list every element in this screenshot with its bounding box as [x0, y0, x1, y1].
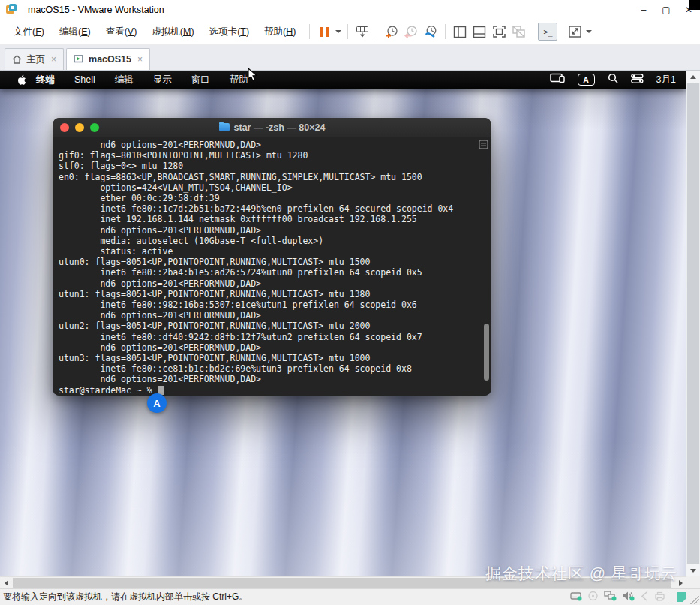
macos-menu-shell[interactable]: Shell: [65, 74, 105, 85]
terminal-line: media: autoselect (10Gbase-T <full-duple…: [59, 236, 491, 246]
terminal-line: inet6 fe80::1c7d:2b51:ba72:449b%en0 pref…: [59, 203, 491, 214]
unity-mode-button[interactable]: [509, 22, 528, 41]
statusbar-separator: [671, 592, 671, 603]
menu-item[interactable]: 帮助(H): [258, 23, 302, 41]
input-method-badge: A: [147, 393, 167, 413]
terminal-line: nd6 options=201<PERFORMNUD,DAD>: [59, 374, 491, 384]
scroll-left-icon[interactable]: [0, 577, 12, 588]
status-message: 要将输入定向到该虚拟机，请在虚拟机内部单击或按 Ctrl+G。: [3, 591, 248, 603]
cd-dvd-device-icon[interactable]: [587, 591, 599, 604]
snapshot-take-icon: [385, 25, 399, 39]
toolbar-separator: [347, 24, 348, 39]
tab-home[interactable]: 主页 ×: [5, 48, 64, 70]
spotlight-search-icon[interactable]: [608, 73, 618, 86]
terminal-line: nd6 options=201<PERFORMNUD,DAD>: [59, 310, 491, 321]
vm-tab-icon: [74, 55, 84, 65]
minimize-traffic-light[interactable]: [75, 123, 84, 132]
snapshot-manager-button[interactable]: [421, 22, 440, 41]
macos-menu-window[interactable]: 窗口: [182, 74, 220, 86]
terminal-line: inet6 fe80::2ba4:b1e5:ad26:5724%utun0 pr…: [59, 267, 491, 278]
vertical-scrollbar-thumb[interactable]: [687, 83, 699, 564]
macos-menu-list: 终端 Shell 编辑 显示 窗口 帮助: [26, 74, 258, 86]
toolbar-separator: [309, 24, 310, 39]
vm-display[interactable]: 终端 Shell 编辑 显示 窗口 帮助 A 3月1: [0, 71, 686, 576]
vmware-logo-icon: [6, 4, 17, 15]
terminal-line: inet6 fe80::ce81:b1c:bd2c:69e%utun3 pref…: [59, 363, 491, 374]
pause-dropdown-caret[interactable]: [335, 30, 341, 33]
library-panel-icon: [453, 26, 467, 38]
apple-menu-icon[interactable]: [17, 74, 26, 86]
message-note-icon[interactable]: [677, 592, 686, 602]
macos-menu-edit[interactable]: 编辑: [105, 74, 143, 86]
pause-icon: [320, 27, 329, 37]
tab-label: macOS15: [89, 54, 131, 65]
keyboard-send-icon: [356, 26, 369, 38]
control-center-icon[interactable]: [631, 73, 644, 86]
fit-guest-button[interactable]: [565, 22, 584, 41]
terminal-line: options=424<VLAN_MTU,TSO4,CHANNEL_IO>: [59, 182, 491, 193]
terminal-line: nd6 options=201<PERFORMNUD,DAD>: [59, 278, 491, 289]
toolbar-separator: [445, 24, 446, 39]
menu-item[interactable]: 查看(V): [100, 23, 143, 41]
terminal-scrollbar-thumb[interactable]: [484, 324, 489, 381]
terminal-content[interactable]: nd6 options=201<PERFORMNUD,DAD>gif0: fla…: [53, 137, 491, 396]
menu-item[interactable]: 虚拟机(M): [146, 23, 200, 41]
show-thumbnail-bar-button[interactable]: [470, 22, 489, 41]
resize-grip[interactable]: [690, 595, 699, 604]
fullscreen-button[interactable]: [489, 22, 509, 41]
printer-device-icon[interactable]: [654, 591, 665, 604]
show-library-button[interactable]: [450, 22, 470, 41]
macos-menubar: 终端 Shell 编辑 显示 窗口 帮助 A 3月1: [0, 71, 686, 89]
vmware-titlebar: macOS15 - VMware Workstation – ▢ ✕: [0, 0, 700, 19]
hard-disk-device-icon[interactable]: [570, 591, 582, 604]
scroll-up-icon[interactable]: [686, 71, 700, 83]
terminal-line: stf0: flags=0<> mtu 1280: [59, 161, 491, 171]
terminal-window[interactable]: star — -zsh — 80×24 nd6 options=201<PERF…: [53, 118, 491, 396]
console-view-button[interactable]: >_: [538, 23, 557, 41]
terminal-line: inet 192.168.1.144 netmask 0xffffff00 br…: [59, 214, 491, 224]
terminal-line: status: active: [59, 246, 491, 257]
terminal-line: utun0: flags=8051<UP,POINTOPOINT,RUNNING…: [59, 257, 491, 267]
scrollbar-corner: [686, 576, 700, 588]
revert-snapshot-button[interactable]: [401, 22, 421, 41]
toolbar-separator: [533, 24, 533, 39]
close-traffic-light[interactable]: [60, 123, 69, 132]
fit-dropdown-caret[interactable]: [586, 30, 592, 33]
screen-mirroring-icon[interactable]: [550, 73, 565, 86]
pause-vm-button[interactable]: [314, 22, 334, 41]
unity-mode-icon: [512, 25, 526, 38]
vertical-scrollbar[interactable]: [686, 71, 700, 576]
terminal-line: nd6 options=201<PERFORMNUD,DAD>: [59, 225, 491, 236]
screen-corner-artifact: [689, 0, 700, 10]
maximize-button[interactable]: ▢: [655, 0, 677, 19]
menu-item[interactable]: 文件(F): [8, 23, 50, 41]
usb-device-icon[interactable]: [640, 591, 649, 604]
menubar-clock[interactable]: 3月1: [656, 74, 676, 86]
macos-menu-terminal[interactable]: 终端: [26, 74, 65, 86]
terminal-title: star — -zsh — 80×24: [234, 122, 326, 133]
menu-item[interactable]: 编辑(E): [53, 23, 97, 41]
terminal-prompt-line: star@stardeMac ~ %: [59, 385, 491, 396]
terminal-line: utun3: flags=8051<UP,POINTOPOINT,RUNNING…: [59, 353, 491, 363]
tab-close-icon[interactable]: ×: [51, 54, 56, 65]
minimize-button[interactable]: –: [632, 0, 655, 19]
send-ctrl-alt-del-button[interactable]: [353, 22, 372, 41]
terminal-titlebar[interactable]: star — -zsh — 80×24: [53, 118, 491, 137]
scroll-down-icon[interactable]: [686, 564, 700, 576]
split-pane-icon[interactable]: [479, 139, 488, 152]
terminal-line: utun1: flags=8051<UP,POINTOPOINT,RUNNING…: [59, 289, 491, 299]
thumbnail-panel-icon: [473, 26, 486, 38]
macos-menu-view[interactable]: 显示: [143, 74, 182, 86]
sound-device-icon[interactable]: [622, 591, 635, 604]
tab-macos15[interactable]: macOS15 ×: [66, 48, 150, 70]
tab-close-icon[interactable]: ×: [137, 54, 143, 65]
network-adapter-device-icon[interactable]: [604, 591, 617, 604]
take-snapshot-button[interactable]: [382, 22, 401, 41]
menu-item[interactable]: 选项卡(T): [203, 23, 255, 41]
terminal-prompt: star@stardeMac ~ %: [59, 385, 158, 396]
zoom-traffic-light[interactable]: [90, 123, 99, 132]
terminal-line: utun2: flags=8051<UP,POINTOPOINT,RUNNING…: [59, 321, 491, 331]
input-source-icon[interactable]: A: [578, 74, 595, 86]
fullscreen-icon: [492, 25, 506, 38]
terminal-line: ether 00:0c:29:58:df:39: [59, 193, 491, 203]
